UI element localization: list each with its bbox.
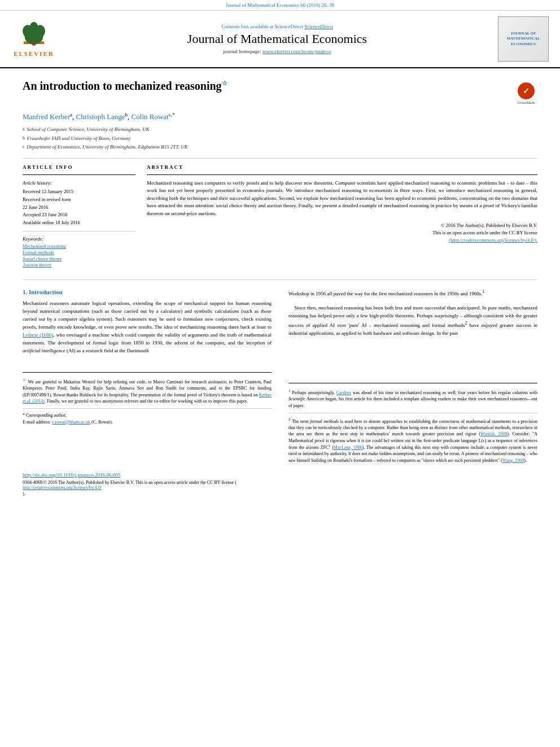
wang-link[interactable]: Wang, 1960 bbox=[502, 458, 524, 463]
article-title-block: An introduction to mechanized reasoning☆ bbox=[23, 80, 228, 93]
author-rowat[interactable]: Colin Rowat bbox=[132, 112, 169, 121]
aff-c-text: Department of Economics, University of B… bbox=[27, 143, 187, 151]
journal-thumbnail-text: JOURNAL OF MATHEMATICAL ECONOMICS bbox=[501, 31, 546, 46]
footnote-area-left: ☆ We are grateful to Makarius Wenzel for… bbox=[23, 372, 272, 425]
crossmark-label: CrossMark bbox=[517, 101, 535, 105]
author-kerber[interactable]: Manfred Kerber bbox=[23, 112, 70, 121]
author-lange[interactable]: Christoph Lange bbox=[76, 112, 125, 121]
header-center: Contents lists available at ScienceDirec… bbox=[56, 24, 498, 54]
keyword-4[interactable]: Auction theory bbox=[23, 262, 135, 268]
article-history: Article history: Received 12 January 201… bbox=[23, 180, 135, 227]
journal-title: Journal of Mathematical Economics bbox=[56, 32, 498, 46]
title-text: An introduction to mechanized reasoning bbox=[23, 80, 222, 92]
elsevier-tree-icon bbox=[17, 21, 51, 49]
header-divider bbox=[23, 158, 537, 159]
homepage-label: journal homepage: bbox=[224, 49, 261, 54]
elsevier-name: ELSEVIER bbox=[14, 50, 54, 57]
keyword-1[interactable]: Mechanized reasoning bbox=[23, 243, 135, 249]
article-info-col: ARTICLE INFO Article history: Received 1… bbox=[23, 164, 135, 269]
article-info-title: ARTICLE INFO bbox=[23, 164, 135, 170]
leibniz-link[interactable]: Leibniz (1686) bbox=[23, 332, 53, 338]
keyword-2[interactable]: Formal methods bbox=[23, 250, 135, 255]
date-received1: Received 12 January 2015 bbox=[23, 188, 135, 196]
email-link[interactable]: c.rowat@bham.ac.uk bbox=[52, 420, 90, 425]
body-section: 1. Introduction Mechanized reasoners aut… bbox=[23, 279, 537, 496]
homepage-url[interactable]: www.elsevier.com/locate/jmateco bbox=[262, 49, 331, 54]
journal-homepage: journal homepage: www.elsevier.com/locat… bbox=[56, 49, 498, 54]
cc-license-link[interactable]: http://creativecommons.org/licenses/by/4… bbox=[23, 485, 537, 490]
gardner-link[interactable]: Gardner bbox=[336, 390, 351, 395]
bottom-copyright: 0304-4068/© 2016 The Author(s). Publishe… bbox=[23, 480, 537, 496]
wiedijk-link[interactable]: Wiedijk, 2008 bbox=[480, 431, 508, 436]
crossmark-icon: ✓ bbox=[518, 82, 535, 99]
affiliation-a: aSchool of Computer Science, University … bbox=[23, 126, 537, 134]
section-1-text-right: Workshop in 1956 all paved the way for t… bbox=[288, 289, 537, 298]
affiliations: aSchool of Computer Science, University … bbox=[23, 126, 537, 151]
body-two-col: 1. Introduction Mechanized reasoners aut… bbox=[23, 289, 537, 464]
keywords-title: Keywords: bbox=[23, 236, 135, 242]
crossmark-badge: ✓ CrossMark bbox=[515, 82, 537, 105]
article-info-divider bbox=[23, 174, 135, 175]
journal-header: ELSEVIER Contents lists available at Sci… bbox=[0, 11, 560, 68]
aff-b-text: Fraunhofer IAIS and University of Bonn, … bbox=[27, 135, 131, 143]
body-col-left: 1. Introduction Mechanized reasoners aut… bbox=[23, 289, 272, 464]
article-title: An introduction to mechanized reasoning☆ bbox=[23, 80, 228, 93]
section-1-text-right-2: Since then, mechanized reasoning has bee… bbox=[288, 304, 537, 338]
and-text: and bbox=[228, 340, 235, 346]
maclane-link[interactable]: MacLane, 1986 bbox=[334, 445, 362, 450]
keywords-section: Keywords: Mechanized reasoning Formal me… bbox=[23, 236, 135, 268]
science-direct-label: Contents lists available at ScienceDirec… bbox=[221, 24, 303, 29]
affiliation-b: bFraunhofer IAIS and University of Bonn,… bbox=[23, 135, 537, 143]
svg-point-4 bbox=[30, 22, 38, 32]
date-revised-label: Received in revised form bbox=[23, 196, 135, 204]
keyword-3[interactable]: Social choice theory bbox=[23, 256, 135, 261]
affiliation-c: cDepartment of Economics, University of … bbox=[23, 143, 537, 151]
science-direct-text: Contents lists available at ScienceDirec… bbox=[56, 24, 498, 29]
section-1-heading: 1. Introduction bbox=[23, 289, 272, 295]
abstract-col: ABSTRACT Mechanized reasoning uses compu… bbox=[147, 164, 537, 269]
journal-citation: Journal of Mathematical Economics 66 (20… bbox=[0, 0, 560, 11]
copyright-block: © 2016 The Author(s). Published by Elsev… bbox=[147, 222, 537, 243]
info-abstract-section: ARTICLE INFO Article history: Received 1… bbox=[23, 164, 537, 269]
footnote-1: 1 Perhaps unsurprisingly, Gardner was ah… bbox=[288, 388, 537, 409]
bottom-links: http://dx.doi.org/10.1016/j.jmateco.2016… bbox=[23, 469, 537, 496]
abstract-title: ABSTRACT bbox=[147, 164, 537, 170]
aff-a-text: School of Computer Science, University o… bbox=[27, 126, 149, 134]
science-direct-link[interactable]: ScienceDirect bbox=[304, 24, 333, 29]
star-footnote: ☆ We are grateful to Makarius Wenzel for… bbox=[23, 377, 272, 405]
date-accepted: Accepted 23 June 2016 bbox=[23, 211, 135, 219]
elsevier-logo: ELSEVIER bbox=[11, 21, 56, 57]
footnote-divider-2 bbox=[288, 413, 537, 413]
abstract-text: Mechanized reasoning uses computers to v… bbox=[147, 180, 537, 218]
date-online: Available online 18 July 2016 bbox=[23, 219, 135, 227]
kerber-link[interactable]: Kerber et al. (2014) bbox=[23, 392, 272, 404]
license-url[interactable]: (http://creativecommons.org/licenses/by/… bbox=[449, 237, 537, 243]
footnote-divider-1 bbox=[23, 408, 272, 409]
license-text: This is an open access article under the… bbox=[432, 230, 537, 235]
body-col-right: Workshop in 1956 all paved the way for t… bbox=[288, 289, 537, 464]
copyright-text: © 2016 The Author(s). Published by Elsev… bbox=[441, 222, 537, 228]
article-title-section: An introduction to mechanized reasoning☆… bbox=[23, 80, 537, 105]
abstract-divider bbox=[147, 174, 537, 175]
title-sup: ☆ bbox=[222, 80, 228, 86]
history-title: Article history: bbox=[23, 180, 135, 187]
main-content: An introduction to mechanized reasoning☆… bbox=[0, 68, 560, 508]
email-note: E-mail address: c.rowat@bham.ac.uk (C. R… bbox=[23, 419, 272, 426]
authors-line: Manfred Kerbera, Christoph Langeb, Colin… bbox=[23, 112, 537, 121]
svg-rect-5 bbox=[32, 41, 35, 45]
section-1-text-left: Mechanized reasoners automate logical op… bbox=[23, 300, 272, 355]
footnote-2: 2 The term formal methods is used here t… bbox=[288, 417, 537, 464]
body-divider bbox=[23, 279, 537, 280]
citation-text: Journal of Mathematical Economics 66 (20… bbox=[226, 2, 334, 8]
ai-italic: artificial intelligence bbox=[23, 348, 65, 353]
doi-link[interactable]: http://dx.doi.org/10.1016/j.jmateco.2016… bbox=[23, 472, 537, 478]
journal-thumbnail: JOURNAL OF MATHEMATICAL ECONOMICS bbox=[498, 16, 549, 62]
history-divider bbox=[23, 231, 135, 231]
footnote-area-right: 1 Perhaps unsurprisingly, Gardner was ah… bbox=[288, 383, 537, 464]
header-left: ELSEVIER bbox=[11, 21, 56, 57]
corr-author-note: * Corresponding author. bbox=[23, 412, 272, 419]
date-revised: 22 June 2016 bbox=[23, 204, 135, 212]
